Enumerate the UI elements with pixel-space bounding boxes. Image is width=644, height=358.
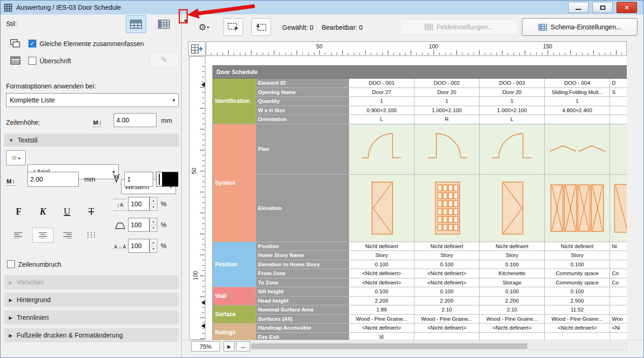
door-elevation-symbol[interactable] [480, 175, 545, 242]
category-symbol[interactable]: Symbol [213, 124, 256, 242]
schedule-cell[interactable] [610, 97, 627, 106]
format-scope-select[interactable]: Komplette Liste ▾ [6, 93, 179, 107]
schedule-cell[interactable]: L [349, 115, 414, 124]
schedule-cell[interactable]: <Nicht definiert> [414, 324, 480, 333]
schedule-cell[interactable]: <Nicht definiert> [480, 324, 545, 333]
maximize-button[interactable] [592, 2, 613, 13]
align-left-button[interactable] [8, 228, 29, 243]
font-size-input[interactable] [27, 172, 79, 187]
category-surface[interactable]: Surface [213, 305, 256, 324]
door-elevation-symbol[interactable] [610, 175, 627, 242]
align-right-button[interactable] [56, 228, 78, 243]
category-wall[interactable]: Wall [213, 287, 256, 305]
italic-button[interactable]: K [32, 203, 54, 220]
underline-button[interactable]: U [56, 203, 78, 220]
schedule-cell[interactable]: Story [545, 251, 610, 260]
pen-number-input[interactable] [124, 172, 153, 187]
schedule-cell[interactable] [610, 305, 627, 315]
schedule-cell[interactable]: Wood - Pine Graine... [480, 315, 545, 324]
schedule-cell[interactable]: 1.000×2.100 [414, 106, 480, 115]
strikethrough-button[interactable]: T [81, 203, 102, 220]
stepper-down-icon[interactable]: ▾ [150, 246, 157, 253]
close-button[interactable]: ✕ [617, 2, 637, 13]
schedule-cell[interactable]: 0.100 [545, 260, 610, 270]
schedule-cell[interactable]: 11.52 [545, 305, 610, 315]
field-label[interactable]: Element ID [256, 79, 349, 88]
schedule-cell[interactable]: Story [414, 251, 480, 260]
category-identification[interactable]: Identification [213, 79, 256, 124]
section-vorschau[interactable]: ▶ Vorschau [4, 275, 179, 289]
door-elevation-symbol[interactable] [349, 175, 414, 242]
letter-spacing-stepper[interactable]: ▴▾ [149, 239, 157, 253]
door-elevation-symbol[interactable] [545, 175, 610, 242]
section-fusszeile[interactable]: ▶ Fußzeile drucken & Formatänderung [4, 328, 179, 342]
schedule-cell[interactable]: Nicht definiert [545, 242, 610, 251]
schedule-cell[interactable]: Wood - Pine Graine... [349, 315, 414, 324]
section-trennlinien[interactable]: ▶ Trennlinien [4, 311, 179, 324]
field-label[interactable]: To Zone [256, 278, 349, 288]
favorite-styles-button[interactable]: ☆ ▸ [6, 150, 26, 165]
schedule-cell[interactable]: <Nicht definiert> [545, 324, 610, 333]
schedule-cell[interactable]: <Nicht definiert> [349, 278, 414, 288]
schedule-canvas[interactable]: Door ScheduleIdentificationElement IDDOO… [206, 56, 627, 340]
field-label[interactable]: Fire Exit [256, 333, 349, 340]
stepper-up-icon[interactable]: ▴ [150, 239, 157, 246]
ruler-origin-button[interactable] [188, 41, 205, 56]
h-ruler[interactable]: 50100150 [206, 41, 627, 56]
schedule-cell[interactable]: Story [480, 251, 545, 260]
schedule-cell[interactable]: D [610, 79, 627, 88]
row-height-input[interactable] [114, 113, 156, 127]
width-factor-input[interactable] [128, 218, 149, 232]
minimize-button[interactable] [568, 2, 589, 13]
schedule-cell[interactable] [545, 115, 610, 124]
field-label[interactable]: Home Story Name [256, 251, 349, 260]
stepper-down-icon[interactable]: ▾ [150, 225, 157, 232]
schedule-cell[interactable]: 0.100 [349, 260, 414, 270]
schedule-cell[interactable]: 1 [480, 97, 545, 106]
field-label[interactable]: Nominal Surface Area [256, 305, 349, 315]
textstyle-section-header[interactable]: ▼ Textstil [4, 134, 179, 147]
schedule-cell[interactable]: 1 [545, 97, 610, 106]
field-label[interactable]: Quantity [256, 97, 349, 106]
field-label[interactable]: Opening Name [256, 88, 349, 97]
schedule-cell[interactable]: S [610, 88, 627, 97]
section-hintergrund[interactable]: ▶ Hintergrund [4, 293, 179, 307]
field-label[interactable]: Surfaces (All) [256, 315, 349, 324]
schedule-cell[interactable]: Story [349, 251, 414, 260]
select-elements-button[interactable] [224, 18, 243, 36]
schedule-cell[interactable]: Wood - Pine Graine... [545, 315, 610, 324]
schedule-cell[interactable]: 2.200 [480, 297, 545, 306]
schedule-cell[interactable]: 0.900×2.100 [349, 106, 414, 115]
schedule-cell[interactable]: L [480, 115, 545, 124]
category-ratings[interactable]: Ratings [213, 324, 256, 340]
schedule-cell[interactable]: ☒ [349, 333, 414, 340]
heading-checkbox[interactable] [28, 57, 36, 65]
schedule-cell[interactable]: 2.500 [545, 297, 610, 306]
schedule-cell[interactable]: 0.100 [414, 260, 480, 270]
field-label[interactable]: Sill height [256, 287, 349, 297]
schedule-cell[interactable]: 0.100 [349, 287, 414, 297]
door-plan-symbol[interactable] [414, 124, 480, 175]
schedule-cell[interactable] [610, 287, 627, 297]
schedule-cell[interactable]: <Nicht definiert> [414, 278, 480, 288]
schedule-cell[interactable] [610, 106, 627, 115]
schedule-cell[interactable]: Woo [610, 315, 627, 324]
schedule-cell[interactable]: 1 [414, 97, 480, 106]
scrollbar-thumb[interactable] [251, 344, 527, 349]
door-elevation-symbol[interactable] [414, 175, 480, 242]
schedule-cell[interactable]: Nicht definiert [349, 242, 414, 251]
door-plan-symbol[interactable] [545, 124, 610, 175]
schedule-cell[interactable] [610, 260, 627, 270]
schedule-cell[interactable]: Door 20 [480, 88, 545, 97]
schedule-cell[interactable]: 0.100 [480, 287, 545, 297]
schedule-cell[interactable] [610, 297, 627, 306]
stepper-up-icon[interactable]: ▴ [150, 218, 157, 225]
word-wrap-checkbox[interactable] [7, 260, 15, 268]
schedule-cell[interactable] [610, 333, 627, 340]
schedule-cell[interactable]: 2.200 [349, 297, 414, 306]
field-label[interactable]: Elevation to Home Story [256, 260, 349, 270]
pen-color-swatch[interactable] [156, 172, 178, 187]
schedule-cell[interactable]: R [414, 115, 480, 124]
schedule-cell[interactable]: Ni [610, 242, 627, 251]
schedule-cell[interactable]: 0.100 [480, 260, 545, 270]
